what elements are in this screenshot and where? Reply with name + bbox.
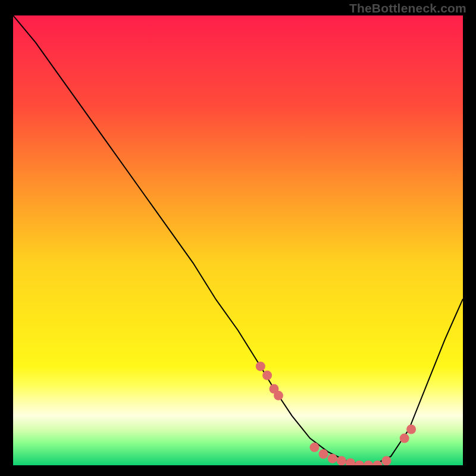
marker-point [382, 456, 392, 465]
gradient-background [13, 15, 463, 465]
marker-point [262, 371, 272, 380]
marker-point [337, 456, 346, 465]
marker-point [406, 425, 416, 434]
marker-point [310, 443, 320, 452]
watermark-text: TheBottleneck.com [349, 1, 466, 15]
marker-point [400, 434, 409, 443]
bottleneck-chart [13, 15, 463, 465]
marker-point [319, 449, 328, 459]
marker-point [328, 454, 337, 464]
chart-frame: TheBottleneck.com [0, 0, 476, 476]
marker-point [256, 362, 265, 371]
marker-point [274, 391, 283, 400]
plot-area [13, 15, 463, 465]
